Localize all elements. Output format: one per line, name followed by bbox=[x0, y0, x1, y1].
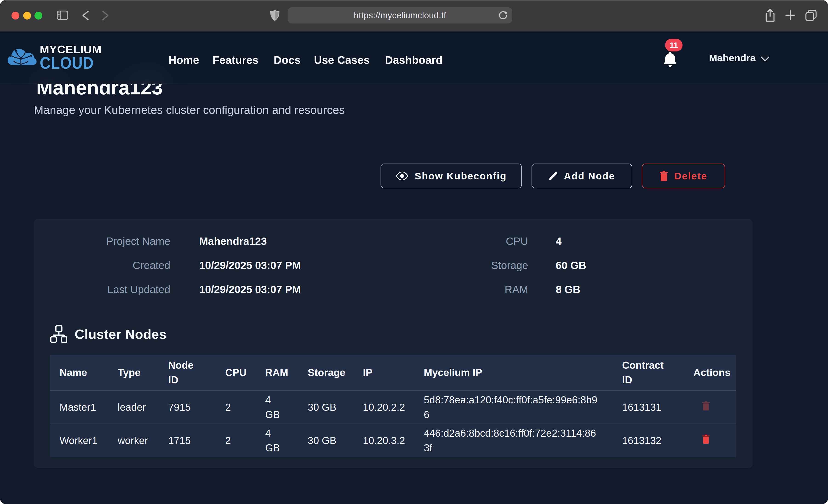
notifications-button[interactable]: 11 bbox=[662, 39, 685, 68]
tab-overview-icon[interactable] bbox=[805, 10, 817, 21]
mycelium-cloud-logo-icon bbox=[6, 46, 37, 67]
brand-logo[interactable]: MYCELIUM CLOUD bbox=[6, 46, 101, 71]
user-menu[interactable]: Mahendra bbox=[709, 53, 770, 63]
delete-cluster-button[interactable]: Delete bbox=[642, 164, 725, 188]
column-header-ip: IP bbox=[357, 355, 418, 390]
trash-icon bbox=[660, 171, 668, 181]
cpu-label: CPU bbox=[506, 235, 528, 247]
page-body: Mahendra123 Manage your Kubernetes clust… bbox=[0, 32, 828, 504]
created-label: Created bbox=[133, 259, 170, 271]
node-row-master1: Master1leader791524 GB30 GB10.20.2.25d8:… bbox=[50, 390, 736, 424]
browser-chrome: https://myceliumcloud.tf bbox=[0, 0, 828, 32]
column-header-cpu: CPU bbox=[220, 355, 260, 390]
cell-mycelium-ip: 5d8:78ea:a120:f40c:ff0f:a5fe:99e6:8b96 bbox=[418, 390, 617, 424]
table-header-row: NameTypeNode IDCPURAMStorageIPMycelium I… bbox=[50, 355, 736, 390]
new-tab-icon[interactable] bbox=[785, 10, 795, 20]
storage-value: 60 GB bbox=[556, 259, 586, 271]
cell-storage: 30 GB bbox=[302, 390, 357, 424]
cluster-nodes-table: NameTypeNode IDCPURAMStorageIPMycelium I… bbox=[50, 355, 736, 457]
cell-node-id: 7915 bbox=[163, 390, 220, 424]
node-row-worker1: Worker1worker171524 GB30 GB10.20.3.2446:… bbox=[50, 424, 736, 457]
cell-name: Master1 bbox=[50, 390, 112, 424]
address-bar[interactable]: https://myceliumcloud.tf bbox=[288, 7, 512, 24]
cell-ip: 10.20.3.2 bbox=[357, 424, 418, 457]
nav-link-dashboard[interactable]: Dashboard bbox=[385, 55, 443, 66]
trash-icon bbox=[702, 434, 710, 444]
back-button[interactable] bbox=[82, 10, 89, 21]
cell-actions bbox=[688, 390, 736, 424]
cluster-nodes-icon bbox=[50, 325, 67, 343]
cell-name: Worker1 bbox=[50, 424, 112, 457]
brand-name-bottom: CLOUD bbox=[40, 55, 95, 71]
cell-type: worker bbox=[112, 424, 163, 457]
cluster-nodes-header: Cluster Nodes bbox=[50, 325, 167, 343]
forward-button[interactable] bbox=[101, 10, 110, 21]
cell-node-id: 1715 bbox=[163, 424, 220, 457]
cell-actions bbox=[688, 424, 736, 457]
site-navbar: MYCELIUM CLOUD Home Features Docs Use Ca… bbox=[0, 32, 828, 84]
column-header-type: Type bbox=[112, 355, 163, 390]
share-icon[interactable] bbox=[765, 9, 775, 22]
cell-ram: 4 GB bbox=[260, 390, 302, 424]
nav-link-use-cases[interactable]: Use Cases bbox=[314, 55, 370, 66]
add-node-label: Add Node bbox=[564, 170, 615, 182]
column-header-storage: Storage bbox=[302, 355, 357, 390]
window-zoom-button[interactable] bbox=[35, 12, 42, 19]
last-updated-value: 10/29/2025 03:07 PM bbox=[199, 283, 301, 296]
cell-contract-id: 1613132 bbox=[617, 424, 688, 457]
storage-label: Storage bbox=[491, 259, 528, 271]
add-node-button[interactable]: Add Node bbox=[532, 164, 632, 188]
url-text: https://myceliumcloud.tf bbox=[354, 10, 446, 20]
nav-link-docs[interactable]: Docs bbox=[274, 55, 301, 66]
cluster-nodes-title: Cluster Nodes bbox=[75, 327, 167, 342]
column-header-actions: Actions bbox=[688, 355, 736, 390]
sidebar-toggle-icon[interactable] bbox=[57, 10, 68, 20]
cell-ip: 10.20.2.2 bbox=[357, 390, 418, 424]
user-name: Mahendra bbox=[709, 53, 756, 63]
cpu-value: 4 bbox=[556, 235, 562, 247]
cell-type: leader bbox=[112, 390, 163, 424]
created-value: 10/29/2025 03:07 PM bbox=[199, 259, 301, 271]
cell-storage: 30 GB bbox=[302, 424, 357, 457]
nav-link-features[interactable]: Features bbox=[213, 55, 258, 66]
cell-cpu: 2 bbox=[220, 390, 260, 424]
pencil-icon bbox=[548, 171, 558, 180]
bell-icon bbox=[663, 51, 677, 67]
nav-link-home[interactable]: Home bbox=[168, 55, 199, 66]
reload-icon[interactable] bbox=[498, 10, 508, 20]
notification-count-badge: 11 bbox=[665, 39, 682, 51]
ram-label: RAM bbox=[505, 283, 528, 296]
cell-contract-id: 1613131 bbox=[617, 390, 688, 424]
column-header-node-id: Node ID bbox=[163, 355, 220, 390]
delete-label: Delete bbox=[674, 170, 707, 182]
trash-icon bbox=[702, 401, 710, 411]
chevron-down-icon bbox=[761, 56, 770, 61]
cell-ram: 4 GB bbox=[260, 424, 302, 457]
last-updated-label: Last Updated bbox=[107, 283, 170, 296]
window-close-button[interactable] bbox=[11, 12, 19, 19]
column-header-name: Name bbox=[50, 355, 112, 390]
column-header-mycelium-ip: Mycelium IP bbox=[418, 355, 617, 390]
cluster-actions-row: Show Kubeconfig Add Node Delete bbox=[380, 164, 725, 188]
brand-name-top: MYCELIUM bbox=[40, 44, 101, 55]
browser-window: https://myceliumcloud.tf Mahendra123 Man… bbox=[0, 0, 828, 504]
window-minimize-button[interactable] bbox=[23, 12, 31, 19]
column-header-ram: RAM bbox=[260, 355, 302, 390]
show-kubeconfig-label: Show Kubeconfig bbox=[415, 170, 507, 182]
project-name-value: Mahendra123 bbox=[199, 235, 267, 247]
project-name-label: Project Name bbox=[106, 235, 170, 247]
page-subtitle: Manage your Kubernetes cluster configura… bbox=[34, 104, 345, 116]
cell-cpu: 2 bbox=[220, 424, 260, 457]
cell-mycelium-ip: 446:d2a6:8bcd:8c16:ff0f:72e2:3114:863f bbox=[418, 424, 617, 457]
delete-node-button[interactable] bbox=[702, 434, 710, 445]
show-kubeconfig-button[interactable]: Show Kubeconfig bbox=[380, 164, 522, 188]
ram-value: 8 GB bbox=[556, 283, 580, 296]
eye-icon bbox=[396, 172, 409, 180]
delete-node-button[interactable] bbox=[702, 401, 710, 411]
cluster-details-card: Project Name Mahendra123 Created 10/29/2… bbox=[34, 219, 753, 468]
privacy-shield-icon[interactable] bbox=[270, 9, 280, 22]
column-header-contract-id: Contract ID bbox=[617, 355, 688, 390]
